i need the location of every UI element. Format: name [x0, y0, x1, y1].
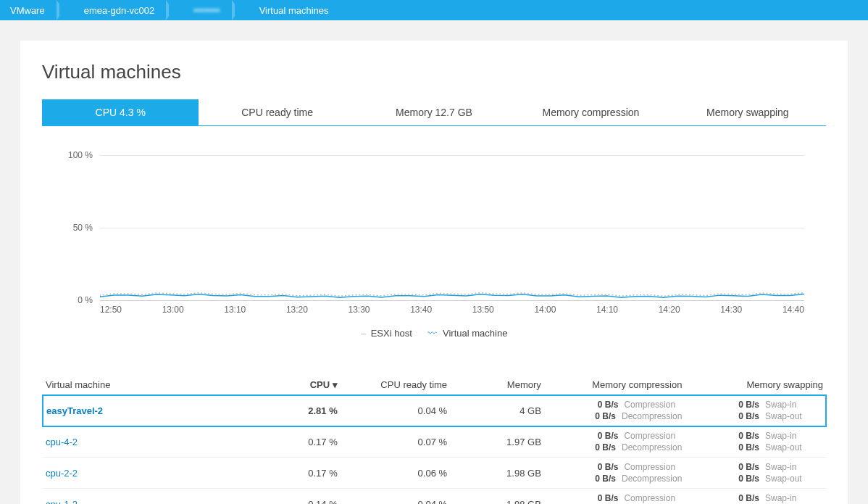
breadcrumb-item[interactable]: •••••••• — [183, 0, 234, 20]
vm-name-link[interactable]: easyTravel-2 — [46, 405, 103, 416]
x-tick-label: 13:10 — [224, 305, 246, 315]
cpu-chart: 100 %50 %0 % 12:5013:0013:1013:2013:3013… — [42, 155, 826, 339]
y-tick-label: 100 % — [57, 150, 93, 160]
x-tick-label: 14:10 — [596, 305, 618, 315]
x-tick-label: 13:40 — [410, 305, 432, 315]
x-tick-label: 14:30 — [720, 305, 742, 315]
y-tick-label: 50 % — [57, 223, 93, 233]
col-cpu[interactable]: CPU ▾ — [262, 375, 341, 395]
x-tick-label: 14:00 — [534, 305, 556, 315]
breadcrumb-item[interactable]: emea-gdn-vc002 — [74, 0, 170, 20]
legend-label-vm: Virtual machine — [443, 328, 507, 339]
main-card: Virtual machines CPU 4.3 %CPU ready time… — [20, 41, 848, 504]
legend-swatch-esxi: ∙∙∙∙ — [361, 328, 365, 339]
x-tick-label: 13:50 — [472, 305, 494, 315]
col-memory[interactable]: Memory — [450, 375, 544, 395]
tab[interactable]: Memory compression — [512, 99, 669, 126]
table-row[interactable]: cpu-4-20.17 %0.07 %1.97 GB0 B/sCompressi… — [43, 426, 826, 458]
table-row[interactable]: cpu-2-20.17 %0.06 %1.98 GB0 B/sCompressi… — [43, 458, 826, 489]
y-tick-label: 0 % — [57, 295, 93, 305]
vm-name-link[interactable]: cpu-2-2 — [46, 468, 78, 479]
x-tick-label: 12:50 — [100, 305, 122, 315]
breadcrumb-item[interactable]: VMware — [0, 0, 59, 20]
x-tick-label: 13:00 — [162, 305, 184, 315]
col-ready[interactable]: CPU ready time — [341, 375, 450, 395]
tab[interactable]: Memory swapping — [669, 99, 826, 126]
tab-bar: CPU 4.3 %CPU ready timeMemory 12.7 GBMem… — [42, 99, 826, 126]
col-memswap[interactable]: Memory swapping — [685, 375, 826, 395]
vm-name-link[interactable]: cpu-4-2 — [46, 437, 78, 447]
vm-table: Virtual machine CPU ▾ CPU ready time Mem… — [42, 375, 826, 504]
breadcrumb-item[interactable]: Virtual machines — [249, 0, 343, 20]
legend-swatch-vm: 〰 — [427, 328, 437, 339]
tab[interactable]: Memory 12.7 GB — [356, 99, 512, 126]
x-tick-label: 14:20 — [659, 305, 680, 315]
breadcrumb: VMwareemea-gdn-vc002••••••••Virtual mach… — [0, 0, 868, 20]
x-tick-label: 13:20 — [286, 305, 308, 315]
table-row[interactable]: easyTravel-22.81 %0.04 %4 GB0 B/sCompres… — [43, 395, 826, 426]
tab[interactable]: CPU 4.3 % — [42, 99, 199, 126]
table-row[interactable]: cpu-1-20.14 %0.04 %1.98 GB0 B/sCompressi… — [43, 489, 826, 505]
chart-legend: ∙∙∙∙ ESXi host 〰 Virtual machine — [57, 328, 811, 339]
col-name[interactable]: Virtual machine — [43, 375, 262, 395]
col-memcomp[interactable]: Memory compression — [544, 375, 685, 395]
page-title: Virtual machines — [42, 61, 826, 83]
tab[interactable]: CPU ready time — [199, 99, 355, 126]
x-tick-label: 14:40 — [783, 305, 804, 315]
vm-name-link[interactable]: cpu-1-2 — [46, 499, 78, 505]
x-tick-label: 13:30 — [349, 305, 370, 315]
legend-label-esxi: ESXi host — [371, 328, 412, 339]
